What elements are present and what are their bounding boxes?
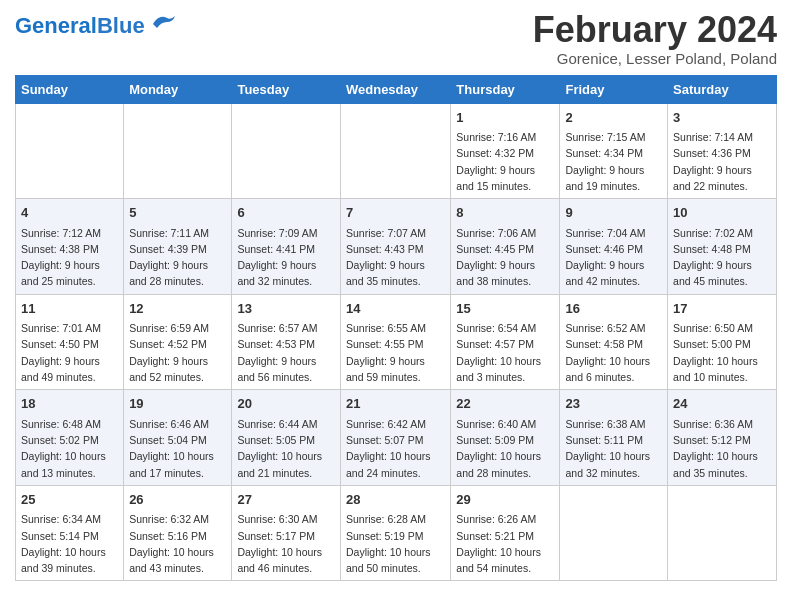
day-number: 10 [673, 203, 771, 223]
logo-general: General [15, 13, 97, 38]
day-info: Sunrise: 6:34 AMSunset: 5:14 PMDaylight:… [21, 511, 118, 576]
calendar-cell [16, 103, 124, 199]
day-info: Sunrise: 6:57 AMSunset: 4:53 PMDaylight:… [237, 320, 335, 385]
calendar-cell [668, 485, 777, 581]
day-info: Sunrise: 7:07 AMSunset: 4:43 PMDaylight:… [346, 225, 445, 290]
day-number: 29 [456, 490, 554, 510]
calendar-cell: 1Sunrise: 7:16 AMSunset: 4:32 PMDaylight… [451, 103, 560, 199]
day-info: Sunrise: 6:55 AMSunset: 4:55 PMDaylight:… [346, 320, 445, 385]
day-info: Sunrise: 7:11 AMSunset: 4:39 PMDaylight:… [129, 225, 226, 290]
day-info: Sunrise: 7:04 AMSunset: 4:46 PMDaylight:… [565, 225, 662, 290]
day-number: 11 [21, 299, 118, 319]
day-number: 19 [129, 394, 226, 414]
day-info: Sunrise: 6:36 AMSunset: 5:12 PMDaylight:… [673, 416, 771, 481]
day-number: 15 [456, 299, 554, 319]
calendar-table: SundayMondayTuesdayWednesdayThursdayFrid… [15, 75, 777, 582]
weekday-header-sunday: Sunday [16, 75, 124, 103]
day-number: 17 [673, 299, 771, 319]
calendar-cell: 16Sunrise: 6:52 AMSunset: 4:58 PMDayligh… [560, 294, 668, 390]
logo-bird-icon [147, 12, 179, 36]
calendar-cell: 10Sunrise: 7:02 AMSunset: 4:48 PMDayligh… [668, 199, 777, 295]
weekday-header-row: SundayMondayTuesdayWednesdayThursdayFrid… [16, 75, 777, 103]
weekday-header-thursday: Thursday [451, 75, 560, 103]
calendar-cell: 21Sunrise: 6:42 AMSunset: 5:07 PMDayligh… [340, 390, 450, 486]
day-number: 18 [21, 394, 118, 414]
day-info: Sunrise: 7:12 AMSunset: 4:38 PMDaylight:… [21, 225, 118, 290]
calendar-cell: 15Sunrise: 6:54 AMSunset: 4:57 PMDayligh… [451, 294, 560, 390]
calendar-cell: 24Sunrise: 6:36 AMSunset: 5:12 PMDayligh… [668, 390, 777, 486]
day-number: 3 [673, 108, 771, 128]
day-info: Sunrise: 6:38 AMSunset: 5:11 PMDaylight:… [565, 416, 662, 481]
calendar-cell: 17Sunrise: 6:50 AMSunset: 5:00 PMDayligh… [668, 294, 777, 390]
calendar-cell: 5Sunrise: 7:11 AMSunset: 4:39 PMDaylight… [124, 199, 232, 295]
calendar-week-row: 18Sunrise: 6:48 AMSunset: 5:02 PMDayligh… [16, 390, 777, 486]
calendar-cell [340, 103, 450, 199]
day-info: Sunrise: 6:32 AMSunset: 5:16 PMDaylight:… [129, 511, 226, 576]
calendar-week-row: 11Sunrise: 7:01 AMSunset: 4:50 PMDayligh… [16, 294, 777, 390]
day-number: 27 [237, 490, 335, 510]
day-number: 4 [21, 203, 118, 223]
day-info: Sunrise: 7:16 AMSunset: 4:32 PMDaylight:… [456, 129, 554, 194]
calendar-cell: 20Sunrise: 6:44 AMSunset: 5:05 PMDayligh… [232, 390, 341, 486]
calendar-week-row: 4Sunrise: 7:12 AMSunset: 4:38 PMDaylight… [16, 199, 777, 295]
day-info: Sunrise: 6:30 AMSunset: 5:17 PMDaylight:… [237, 511, 335, 576]
day-info: Sunrise: 6:40 AMSunset: 5:09 PMDaylight:… [456, 416, 554, 481]
calendar-week-row: 25Sunrise: 6:34 AMSunset: 5:14 PMDayligh… [16, 485, 777, 581]
calendar-cell: 28Sunrise: 6:28 AMSunset: 5:19 PMDayligh… [340, 485, 450, 581]
day-info: Sunrise: 6:44 AMSunset: 5:05 PMDaylight:… [237, 416, 335, 481]
weekday-header-wednesday: Wednesday [340, 75, 450, 103]
day-number: 12 [129, 299, 226, 319]
day-info: Sunrise: 6:54 AMSunset: 4:57 PMDaylight:… [456, 320, 554, 385]
day-info: Sunrise: 6:59 AMSunset: 4:52 PMDaylight:… [129, 320, 226, 385]
calendar-cell: 22Sunrise: 6:40 AMSunset: 5:09 PMDayligh… [451, 390, 560, 486]
day-number: 1 [456, 108, 554, 128]
day-number: 21 [346, 394, 445, 414]
calendar-cell: 23Sunrise: 6:38 AMSunset: 5:11 PMDayligh… [560, 390, 668, 486]
logo-text: GeneralBlue [15, 15, 145, 37]
logo-blue: Blue [97, 13, 145, 38]
weekday-header-friday: Friday [560, 75, 668, 103]
location: Gorenice, Lesser Poland, Poland [533, 50, 777, 67]
day-info: Sunrise: 6:50 AMSunset: 5:00 PMDaylight:… [673, 320, 771, 385]
calendar-cell: 18Sunrise: 6:48 AMSunset: 5:02 PMDayligh… [16, 390, 124, 486]
calendar-cell [124, 103, 232, 199]
day-number: 16 [565, 299, 662, 319]
day-info: Sunrise: 7:14 AMSunset: 4:36 PMDaylight:… [673, 129, 771, 194]
title-area: February 2024 Gorenice, Lesser Poland, P… [533, 10, 777, 67]
day-number: 14 [346, 299, 445, 319]
calendar-cell: 7Sunrise: 7:07 AMSunset: 4:43 PMDaylight… [340, 199, 450, 295]
day-info: Sunrise: 6:46 AMSunset: 5:04 PMDaylight:… [129, 416, 226, 481]
day-info: Sunrise: 7:09 AMSunset: 4:41 PMDaylight:… [237, 225, 335, 290]
calendar-cell: 13Sunrise: 6:57 AMSunset: 4:53 PMDayligh… [232, 294, 341, 390]
day-number: 9 [565, 203, 662, 223]
day-number: 7 [346, 203, 445, 223]
weekday-header-monday: Monday [124, 75, 232, 103]
header: GeneralBlue February 2024 Gorenice, Less… [15, 10, 777, 67]
calendar-cell: 29Sunrise: 6:26 AMSunset: 5:21 PMDayligh… [451, 485, 560, 581]
day-number: 20 [237, 394, 335, 414]
day-number: 8 [456, 203, 554, 223]
logo: GeneralBlue [15, 15, 179, 37]
day-info: Sunrise: 7:01 AMSunset: 4:50 PMDaylight:… [21, 320, 118, 385]
calendar-cell: 19Sunrise: 6:46 AMSunset: 5:04 PMDayligh… [124, 390, 232, 486]
day-info: Sunrise: 6:52 AMSunset: 4:58 PMDaylight:… [565, 320, 662, 385]
calendar-cell: 2Sunrise: 7:15 AMSunset: 4:34 PMDaylight… [560, 103, 668, 199]
calendar-cell: 9Sunrise: 7:04 AMSunset: 4:46 PMDaylight… [560, 199, 668, 295]
day-number: 23 [565, 394, 662, 414]
day-info: Sunrise: 6:42 AMSunset: 5:07 PMDaylight:… [346, 416, 445, 481]
day-number: 2 [565, 108, 662, 128]
calendar-week-row: 1Sunrise: 7:16 AMSunset: 4:32 PMDaylight… [16, 103, 777, 199]
day-info: Sunrise: 7:15 AMSunset: 4:34 PMDaylight:… [565, 129, 662, 194]
day-info: Sunrise: 6:48 AMSunset: 5:02 PMDaylight:… [21, 416, 118, 481]
day-info: Sunrise: 7:06 AMSunset: 4:45 PMDaylight:… [456, 225, 554, 290]
calendar-cell: 11Sunrise: 7:01 AMSunset: 4:50 PMDayligh… [16, 294, 124, 390]
month-title: February 2024 [533, 10, 777, 50]
day-number: 28 [346, 490, 445, 510]
weekday-header-saturday: Saturday [668, 75, 777, 103]
calendar-cell [560, 485, 668, 581]
calendar-cell: 6Sunrise: 7:09 AMSunset: 4:41 PMDaylight… [232, 199, 341, 295]
calendar-cell: 26Sunrise: 6:32 AMSunset: 5:16 PMDayligh… [124, 485, 232, 581]
day-number: 5 [129, 203, 226, 223]
day-number: 13 [237, 299, 335, 319]
day-number: 25 [21, 490, 118, 510]
